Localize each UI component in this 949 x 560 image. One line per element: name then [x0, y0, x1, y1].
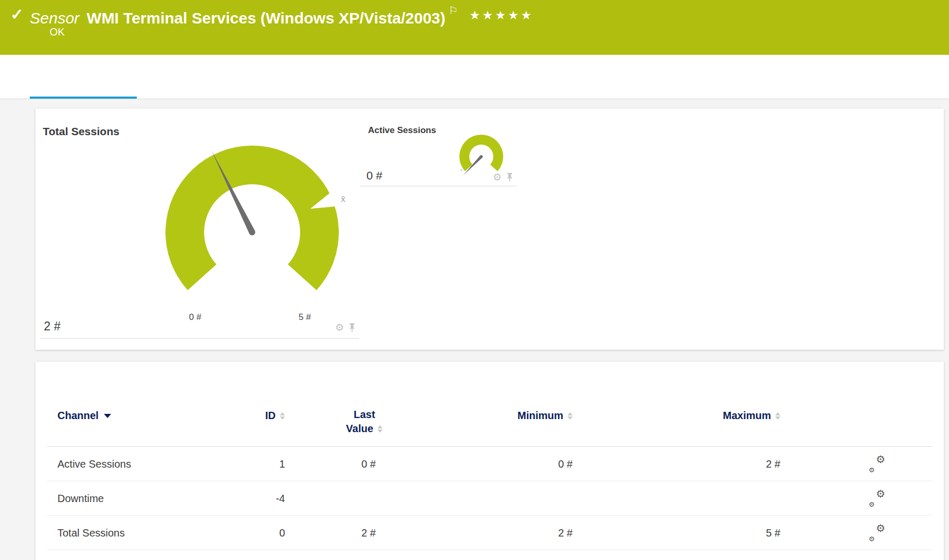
total-sessions-max-label: 5 #: [299, 312, 311, 323]
object-kind-label: Sensor: [30, 9, 79, 27]
gauge-needle-pivot: [480, 155, 483, 158]
column-header-value-label: Value: [346, 423, 373, 435]
total-sessions-gauge-title: Total Sessions: [43, 125, 120, 138]
column-header-maximum[interactable]: Maximum: [697, 410, 780, 422]
gauge-pin-icon[interactable]: [506, 173, 513, 182]
tab-bar: Overview ((•)) Live Data 2 days 30 days …: [0, 55, 949, 99]
column-header-channel[interactable]: Channel: [57, 410, 111, 422]
sensor-title: WMI Terminal Services (Windows XP/Vista/…: [87, 9, 445, 27]
channel-minimum: [520, 481, 573, 516]
column-header-last-value[interactable]: Last Value: [333, 409, 396, 435]
sort-desc-icon: [104, 414, 111, 418]
total-sessions-gauge: x̄: [163, 144, 362, 327]
sort-icon: [377, 425, 383, 433]
table-row: Active Sessions 1 0 # 0 # 2 # ⚙⚙: [35, 447, 944, 481]
channel-settings-icon[interactable]: ⚙⚙: [869, 524, 885, 542]
channel-last-value: [324, 481, 376, 516]
gauge-gear-icon[interactable]: ⚙: [493, 171, 502, 183]
channel-maximum: 5 #: [728, 516, 780, 550]
gauge-ring: [165, 146, 339, 290]
gauge-ring: [459, 135, 503, 171]
channel-name: Total Sessions: [57, 516, 125, 550]
column-header-id-label: ID: [265, 410, 276, 422]
status-badge: OK: [50, 26, 65, 38]
total-sessions-current-value: 2 #: [44, 319, 61, 333]
total-sessions-min-label: 0 #: [189, 312, 201, 323]
gauge-needle-pivot: [249, 229, 255, 235]
sort-icon: [280, 412, 285, 420]
channel-minimum: 0 #: [520, 447, 573, 481]
active-sessions-gauge-title: Active Sessions: [368, 125, 436, 136]
table-row: Total Sessions 0 2 # 2 # 5 # ⚙⚙: [35, 516, 944, 550]
channel-last-value: 2 #: [324, 516, 376, 550]
column-header-minimum-label: Minimum: [517, 410, 563, 422]
channel-last-value: 0 #: [324, 447, 376, 481]
channel-id: -4: [233, 481, 285, 516]
channel-minimum: 2 #: [520, 516, 573, 550]
channel-settings-icon[interactable]: ⚙⚙: [869, 490, 885, 507]
flag-icon[interactable]: ⚐: [448, 5, 458, 16]
gauge-pin-icon[interactable]: [349, 323, 355, 332]
gauges-panel: Total Sessions x̄ 0 # 5 # 2 # ⚙ Active S…: [35, 109, 944, 350]
sensor-status-header: ✓ SensorWMI Terminal Services (Windows X…: [0, 0, 949, 55]
column-header-id[interactable]: ID: [212, 410, 285, 422]
channel-name: Active Sessions: [57, 447, 131, 481]
channel-settings-icon[interactable]: ⚙⚙: [869, 455, 885, 473]
table-row: Downtime -4 ⚙⚙: [35, 481, 944, 516]
active-sessions-tile-rule: [360, 186, 517, 186]
channel-id: 1: [233, 447, 285, 481]
column-header-maximum-label: Maximum: [723, 410, 771, 422]
channel-id: 0: [233, 516, 285, 550]
channels-table-panel: Channel ID Last Value Minimum Maximum Ac…: [35, 362, 944, 560]
column-header-channel-label: Channel: [57, 410, 99, 422]
sort-icon: [567, 412, 573, 420]
gauge-gear-icon[interactable]: ⚙: [335, 321, 344, 333]
column-header-minimum[interactable]: Minimum: [489, 410, 573, 422]
channel-name: Downtime: [57, 481, 104, 516]
column-header-last-label: Last: [353, 409, 375, 421]
channel-maximum: 2 #: [728, 447, 780, 481]
sort-icon: [775, 412, 780, 420]
gauge-average-label: x̄: [341, 194, 346, 204]
total-sessions-tile-rule: [40, 338, 359, 339]
channel-maximum: [728, 481, 780, 516]
priority-stars[interactable]: ★★★★★: [469, 8, 533, 22]
row-divider: [47, 550, 932, 550]
gauge-average-tick: [460, 170, 462, 171]
status-ok-check-icon: ✓: [10, 5, 23, 23]
active-tab-underline: [30, 97, 137, 99]
active-sessions-current-value: 0 #: [366, 169, 383, 183]
